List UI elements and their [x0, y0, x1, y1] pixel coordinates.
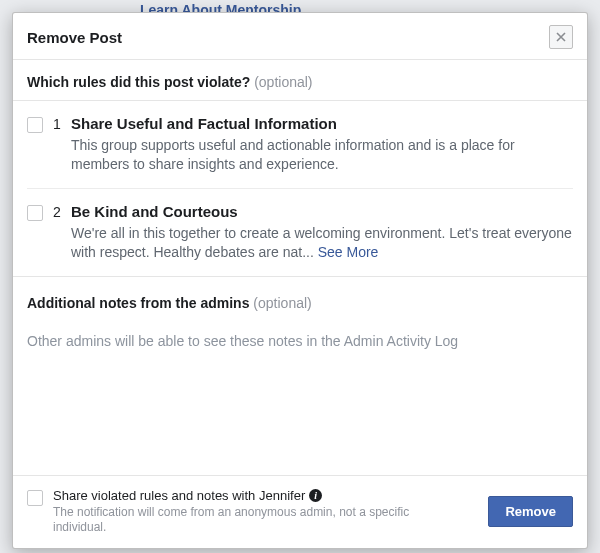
modal-header: Remove Post	[13, 13, 587, 60]
share-label-text: Share violated rules and notes with Jenn…	[53, 488, 305, 503]
share-checkbox-label: Share violated rules and notes with Jenn…	[53, 488, 476, 503]
rule-checkbox-1[interactable]	[27, 117, 43, 133]
optional-label: (optional)	[253, 295, 311, 311]
footer-text: Share violated rules and notes with Jenn…	[53, 488, 476, 536]
rules-section-heading: Which rules did this post violate? (opti…	[27, 60, 573, 100]
rule-row: 1 Share Useful and Factual Information T…	[27, 101, 573, 188]
see-more-link[interactable]: See More	[318, 244, 379, 260]
rule-content: Share Useful and Factual Information Thi…	[71, 115, 573, 174]
modal-footer: Share violated rules and notes with Jenn…	[13, 475, 587, 548]
rule-title: Share Useful and Factual Information	[71, 115, 573, 132]
rule-number: 2	[43, 203, 71, 262]
share-with-user-checkbox[interactable]	[27, 490, 43, 506]
modal-body: Which rules did this post violate? (opti…	[13, 60, 587, 475]
rule-row: 2 Be Kind and Courteous We're all in thi…	[27, 188, 573, 276]
remove-button[interactable]: Remove	[488, 496, 573, 527]
footer-left: Share violated rules and notes with Jenn…	[27, 488, 476, 536]
optional-label: (optional)	[254, 74, 312, 90]
notes-section-heading: Additional notes from the admins (option…	[27, 277, 573, 315]
notes-textarea[interactable]: Other admins will be able to see these n…	[27, 315, 573, 355]
rules-question: Which rules did this post violate?	[27, 74, 250, 90]
rule-checkbox-2[interactable]	[27, 205, 43, 221]
rule-description: This group supports useful and actionabl…	[71, 136, 573, 174]
info-icon[interactable]: i	[309, 489, 322, 502]
notes-label: Additional notes from the admins	[27, 295, 249, 311]
modal-title: Remove Post	[27, 29, 122, 46]
close-button[interactable]	[549, 25, 573, 49]
close-icon	[556, 32, 566, 42]
rule-title: Be Kind and Courteous	[71, 203, 573, 220]
rule-description: We're all in this together to create a w…	[71, 224, 573, 262]
rule-number: 1	[43, 115, 71, 174]
share-subtext: The notification will come from an anony…	[53, 505, 433, 536]
remove-post-modal: Remove Post Which rules did this post vi…	[12, 12, 588, 549]
rule-content: Be Kind and Courteous We're all in this …	[71, 203, 573, 262]
